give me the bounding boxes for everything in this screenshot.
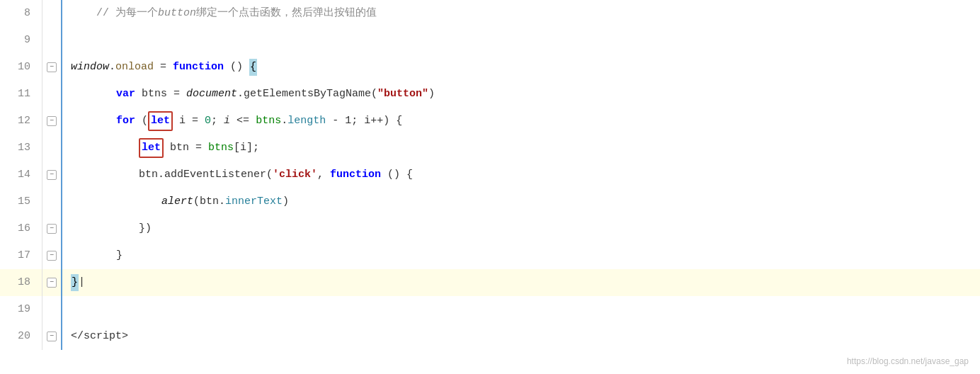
- fold-icon-20[interactable]: −: [47, 332, 57, 341]
- fold-icon-10[interactable]: −: [47, 62, 57, 72]
- for-keyword: for: [116, 113, 135, 130]
- gutter-14: −: [42, 162, 62, 188]
- code-content-9: [62, 27, 980, 54]
- document-obj: document: [186, 86, 237, 103]
- line-number-18: 18: [0, 269, 42, 296]
- let-keyword-12: let: [151, 115, 170, 127]
- gutter-16: −: [42, 215, 62, 242]
- line-number-12: 12: [0, 108, 42, 135]
- close-brace-18: }: [71, 274, 79, 291]
- line-number-8: 8: [0, 0, 42, 27]
- line-number-13: 13: [0, 135, 42, 162]
- zero-num: 0: [205, 113, 211, 130]
- innertext-prop: innerText: [225, 193, 283, 210]
- code-line-19: 19: [0, 296, 980, 323]
- gutter-19: [42, 296, 62, 323]
- gutter-13: [42, 135, 62, 162]
- code-line-18: 18 − }|: [0, 269, 980, 296]
- line-number-16: 16: [0, 215, 42, 242]
- code-line-14: 14 − btn.addEventListener('click', funct…: [0, 162, 980, 188]
- let-box-12: let: [148, 111, 173, 131]
- fold-icon-17[interactable]: −: [47, 251, 57, 261]
- alert-call: alert: [161, 193, 193, 210]
- code-content-14: btn.addEventListener('click', function (…: [62, 162, 980, 188]
- code-content-17: }: [62, 242, 980, 269]
- code-content-15: alert(btn.innerText): [62, 188, 980, 215]
- comment-text: // 为每一个button绑定一个点击函数，然后弹出按钮的值: [71, 5, 377, 22]
- line-number-19: 19: [0, 296, 42, 323]
- code-content-8: // 为每一个button绑定一个点击函数，然后弹出按钮的值: [62, 0, 980, 27]
- open-brace-10: {: [249, 59, 257, 76]
- line-number-15: 15: [0, 188, 42, 215]
- gutter-8: [42, 0, 62, 27]
- line-number-10: 10: [0, 54, 42, 81]
- code-editor: 8 // 为每一个button绑定一个点击函数，然后弹出按钮的值 9 10 − …: [0, 0, 980, 374]
- function-keyword-10: function: [173, 59, 224, 76]
- let-box-13: let: [139, 138, 164, 158]
- gutter-11: [42, 81, 62, 108]
- code-content-19: [62, 296, 980, 323]
- line-number-20: 20: [0, 323, 42, 350]
- line-number-14: 14: [0, 162, 42, 188]
- code-content-10: window.onload = function () {: [62, 54, 980, 81]
- code-line-9: 9: [0, 27, 980, 54]
- line-number-17: 17: [0, 242, 42, 269]
- fold-icon-18[interactable]: −: [47, 278, 57, 288]
- fold-icon-16[interactable]: −: [47, 224, 57, 234]
- code-content-20: </script>: [62, 323, 980, 350]
- var-keyword: var: [116, 86, 135, 103]
- function-keyword-14: function: [330, 166, 381, 183]
- code-content-16: }): [62, 215, 980, 242]
- code-line-17: 17 − }: [0, 242, 980, 269]
- line-number-9: 9: [0, 27, 42, 54]
- gutter-17: −: [42, 242, 62, 269]
- watermark: https://blog.csdn.net/javase_gap: [847, 355, 969, 368]
- code-content-12: for (let i = 0; i <= btns.length - 1; i+…: [62, 108, 980, 135]
- btns-length: btns: [256, 113, 281, 130]
- onload-prop: onload: [115, 59, 154, 76]
- code-line-12: 12 − for (let i = 0; i <= btns.length - …: [0, 108, 980, 135]
- code-line-10: 10 − window.onload = function () {: [0, 54, 980, 81]
- code-line-11: 11 var btns = document.getElementsByTagN…: [0, 81, 980, 108]
- code-content-11: var btns = document.getElementsByTagName…: [62, 81, 980, 108]
- code-line-8: 8 // 为每一个button绑定一个点击函数，然后弹出按钮的值: [0, 0, 980, 27]
- let-keyword-13: let: [142, 142, 161, 154]
- button-string: "button": [377, 86, 428, 103]
- getelements-method: getElementsByTagName(: [244, 86, 377, 103]
- gutter-12: −: [42, 108, 62, 135]
- addeventlistener-method: addEventListener(: [164, 166, 273, 183]
- gutter-20: −: [42, 323, 62, 350]
- code-content-13: let btn = btns[i];: [62, 135, 980, 162]
- gutter-10: −: [42, 54, 62, 81]
- length-prop: length: [287, 113, 326, 130]
- btns-ref: btns: [208, 140, 234, 157]
- code-line-16: 16 − }): [0, 215, 980, 242]
- gutter-15: [42, 188, 62, 215]
- fold-icon-12[interactable]: −: [47, 116, 57, 126]
- fold-icon-14[interactable]: −: [47, 170, 57, 180]
- gutter-18: −: [42, 269, 62, 296]
- code-line-15: 15 alert(btn.innerText): [0, 188, 980, 215]
- code-content-18: }|: [62, 269, 980, 296]
- gutter-9: [42, 27, 62, 54]
- code-line-13: 13 let btn = btns[i];: [0, 135, 980, 162]
- line-number-11: 11: [0, 81, 42, 108]
- code-line-20: 20 − </script>: [0, 323, 980, 350]
- click-string: 'click': [273, 166, 317, 183]
- window-keyword: window: [71, 59, 109, 76]
